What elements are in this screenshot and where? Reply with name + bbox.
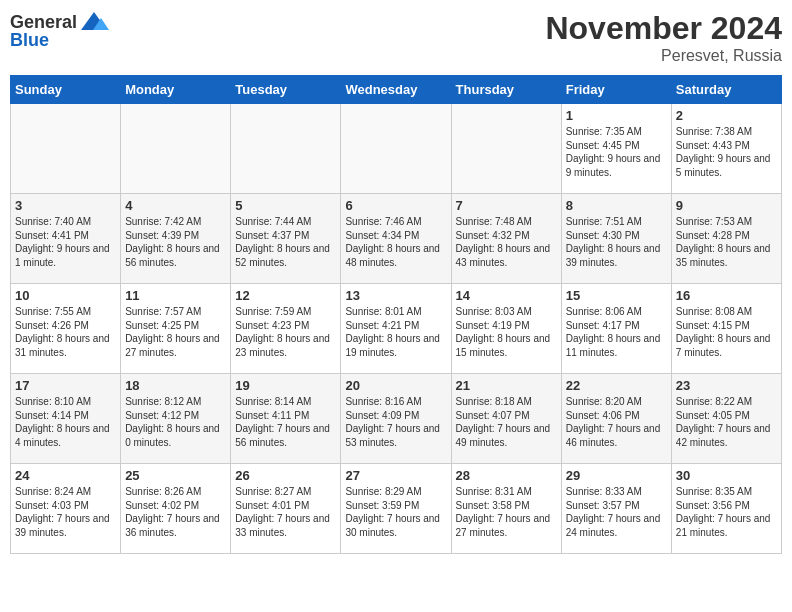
logo-icon: [79, 10, 109, 34]
calendar-cell: 9Sunrise: 7:53 AM Sunset: 4:28 PM Daylig…: [671, 194, 781, 284]
calendar-cell: [11, 104, 121, 194]
col-header-wednesday: Wednesday: [341, 76, 451, 104]
day-number: 9: [676, 198, 777, 213]
calendar-cell: [121, 104, 231, 194]
logo-blue-text: Blue: [10, 30, 49, 51]
calendar-cell: 7Sunrise: 7:48 AM Sunset: 4:32 PM Daylig…: [451, 194, 561, 284]
day-number: 17: [15, 378, 116, 393]
calendar-cell: 10Sunrise: 7:55 AM Sunset: 4:26 PM Dayli…: [11, 284, 121, 374]
calendar-cell: 30Sunrise: 8:35 AM Sunset: 3:56 PM Dayli…: [671, 464, 781, 554]
title-section: November 2024 Peresvet, Russia: [545, 10, 782, 65]
calendar-cell: [451, 104, 561, 194]
day-info: Sunrise: 8:18 AM Sunset: 4:07 PM Dayligh…: [456, 395, 557, 449]
day-info: Sunrise: 8:12 AM Sunset: 4:12 PM Dayligh…: [125, 395, 226, 449]
day-info: Sunrise: 8:22 AM Sunset: 4:05 PM Dayligh…: [676, 395, 777, 449]
calendar-cell: 28Sunrise: 8:31 AM Sunset: 3:58 PM Dayli…: [451, 464, 561, 554]
day-info: Sunrise: 8:14 AM Sunset: 4:11 PM Dayligh…: [235, 395, 336, 449]
calendar-cell: 11Sunrise: 7:57 AM Sunset: 4:25 PM Dayli…: [121, 284, 231, 374]
day-info: Sunrise: 8:29 AM Sunset: 3:59 PM Dayligh…: [345, 485, 446, 539]
day-number: 29: [566, 468, 667, 483]
calendar-cell: 2Sunrise: 7:38 AM Sunset: 4:43 PM Daylig…: [671, 104, 781, 194]
day-info: Sunrise: 8:10 AM Sunset: 4:14 PM Dayligh…: [15, 395, 116, 449]
day-info: Sunrise: 7:59 AM Sunset: 4:23 PM Dayligh…: [235, 305, 336, 359]
day-number: 5: [235, 198, 336, 213]
day-number: 11: [125, 288, 226, 303]
day-info: Sunrise: 7:44 AM Sunset: 4:37 PM Dayligh…: [235, 215, 336, 269]
col-header-sunday: Sunday: [11, 76, 121, 104]
day-number: 27: [345, 468, 446, 483]
calendar-cell: 1Sunrise: 7:35 AM Sunset: 4:45 PM Daylig…: [561, 104, 671, 194]
day-number: 19: [235, 378, 336, 393]
day-info: Sunrise: 7:35 AM Sunset: 4:45 PM Dayligh…: [566, 125, 667, 179]
day-number: 10: [15, 288, 116, 303]
calendar-cell: 21Sunrise: 8:18 AM Sunset: 4:07 PM Dayli…: [451, 374, 561, 464]
day-info: Sunrise: 8:08 AM Sunset: 4:15 PM Dayligh…: [676, 305, 777, 359]
day-number: 14: [456, 288, 557, 303]
col-header-tuesday: Tuesday: [231, 76, 341, 104]
calendar-cell: 14Sunrise: 8:03 AM Sunset: 4:19 PM Dayli…: [451, 284, 561, 374]
day-number: 24: [15, 468, 116, 483]
day-info: Sunrise: 8:33 AM Sunset: 3:57 PM Dayligh…: [566, 485, 667, 539]
calendar-cell: 18Sunrise: 8:12 AM Sunset: 4:12 PM Dayli…: [121, 374, 231, 464]
day-number: 21: [456, 378, 557, 393]
calendar-table: SundayMondayTuesdayWednesdayThursdayFrid…: [10, 75, 782, 554]
day-number: 20: [345, 378, 446, 393]
day-info: Sunrise: 7:38 AM Sunset: 4:43 PM Dayligh…: [676, 125, 777, 179]
day-number: 26: [235, 468, 336, 483]
day-info: Sunrise: 7:51 AM Sunset: 4:30 PM Dayligh…: [566, 215, 667, 269]
day-info: Sunrise: 7:55 AM Sunset: 4:26 PM Dayligh…: [15, 305, 116, 359]
day-number: 25: [125, 468, 226, 483]
calendar-cell: 5Sunrise: 7:44 AM Sunset: 4:37 PM Daylig…: [231, 194, 341, 284]
calendar-cell: 19Sunrise: 8:14 AM Sunset: 4:11 PM Dayli…: [231, 374, 341, 464]
day-info: Sunrise: 8:01 AM Sunset: 4:21 PM Dayligh…: [345, 305, 446, 359]
calendar-cell: 13Sunrise: 8:01 AM Sunset: 4:21 PM Dayli…: [341, 284, 451, 374]
day-number: 1: [566, 108, 667, 123]
day-number: 12: [235, 288, 336, 303]
day-number: 23: [676, 378, 777, 393]
day-number: 16: [676, 288, 777, 303]
calendar-cell: [231, 104, 341, 194]
day-number: 15: [566, 288, 667, 303]
col-header-thursday: Thursday: [451, 76, 561, 104]
calendar-cell: 8Sunrise: 7:51 AM Sunset: 4:30 PM Daylig…: [561, 194, 671, 284]
day-info: Sunrise: 8:26 AM Sunset: 4:02 PM Dayligh…: [125, 485, 226, 539]
day-info: Sunrise: 7:40 AM Sunset: 4:41 PM Dayligh…: [15, 215, 116, 269]
day-number: 4: [125, 198, 226, 213]
day-info: Sunrise: 8:35 AM Sunset: 3:56 PM Dayligh…: [676, 485, 777, 539]
calendar-cell: 26Sunrise: 8:27 AM Sunset: 4:01 PM Dayli…: [231, 464, 341, 554]
col-header-saturday: Saturday: [671, 76, 781, 104]
day-number: 7: [456, 198, 557, 213]
logo: General Blue: [10, 10, 109, 51]
day-info: Sunrise: 7:57 AM Sunset: 4:25 PM Dayligh…: [125, 305, 226, 359]
calendar-cell: 3Sunrise: 7:40 AM Sunset: 4:41 PM Daylig…: [11, 194, 121, 284]
day-number: 8: [566, 198, 667, 213]
calendar-cell: 25Sunrise: 8:26 AM Sunset: 4:02 PM Dayli…: [121, 464, 231, 554]
month-title: November 2024: [545, 10, 782, 47]
col-header-monday: Monday: [121, 76, 231, 104]
day-info: Sunrise: 8:24 AM Sunset: 4:03 PM Dayligh…: [15, 485, 116, 539]
day-info: Sunrise: 8:20 AM Sunset: 4:06 PM Dayligh…: [566, 395, 667, 449]
day-number: 13: [345, 288, 446, 303]
day-info: Sunrise: 8:31 AM Sunset: 3:58 PM Dayligh…: [456, 485, 557, 539]
calendar-cell: 27Sunrise: 8:29 AM Sunset: 3:59 PM Dayli…: [341, 464, 451, 554]
day-info: Sunrise: 7:42 AM Sunset: 4:39 PM Dayligh…: [125, 215, 226, 269]
day-number: 6: [345, 198, 446, 213]
calendar-cell: 16Sunrise: 8:08 AM Sunset: 4:15 PM Dayli…: [671, 284, 781, 374]
calendar-cell: 20Sunrise: 8:16 AM Sunset: 4:09 PM Dayli…: [341, 374, 451, 464]
day-number: 22: [566, 378, 667, 393]
day-number: 3: [15, 198, 116, 213]
day-number: 28: [456, 468, 557, 483]
calendar-cell: 29Sunrise: 8:33 AM Sunset: 3:57 PM Dayli…: [561, 464, 671, 554]
calendar-cell: 12Sunrise: 7:59 AM Sunset: 4:23 PM Dayli…: [231, 284, 341, 374]
day-info: Sunrise: 8:16 AM Sunset: 4:09 PM Dayligh…: [345, 395, 446, 449]
calendar-cell: 23Sunrise: 8:22 AM Sunset: 4:05 PM Dayli…: [671, 374, 781, 464]
day-number: 18: [125, 378, 226, 393]
day-info: Sunrise: 8:27 AM Sunset: 4:01 PM Dayligh…: [235, 485, 336, 539]
day-info: Sunrise: 7:53 AM Sunset: 4:28 PM Dayligh…: [676, 215, 777, 269]
day-number: 2: [676, 108, 777, 123]
calendar-cell: 6Sunrise: 7:46 AM Sunset: 4:34 PM Daylig…: [341, 194, 451, 284]
day-info: Sunrise: 8:06 AM Sunset: 4:17 PM Dayligh…: [566, 305, 667, 359]
calendar-cell: 15Sunrise: 8:06 AM Sunset: 4:17 PM Dayli…: [561, 284, 671, 374]
calendar-cell: [341, 104, 451, 194]
calendar-cell: 17Sunrise: 8:10 AM Sunset: 4:14 PM Dayli…: [11, 374, 121, 464]
